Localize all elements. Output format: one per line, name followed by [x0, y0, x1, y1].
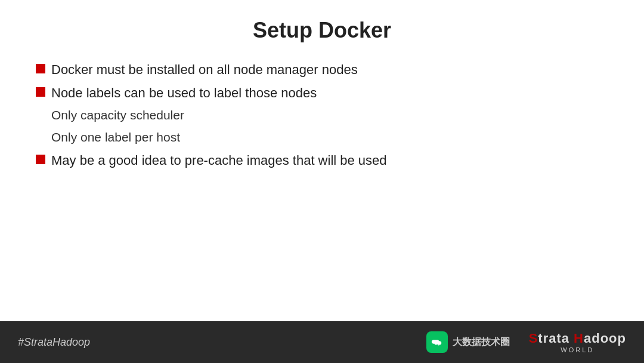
wechat-label: 大数据技术圈: [453, 336, 510, 349]
sub-item-2-2: Only one label per host: [51, 127, 184, 147]
bullet-marker-1: [36, 64, 45, 73]
strata-logo: Strata Hadoop WORLD: [529, 331, 626, 353]
bullet-item-1: Docker must be installed on all node man…: [36, 61, 608, 79]
sub-list-2: Only capacity scheduler Only one label p…: [36, 105, 184, 147]
slide-content: Setup Docker Docker must be installed on…: [0, 0, 644, 321]
strata-brand-top: Strata Hadoop: [529, 331, 626, 346]
bullet-item-3: May be a good idea to pre-cache images t…: [36, 152, 608, 170]
bullet-marker-2: [36, 87, 45, 97]
bullet-text-1: Docker must be installed on all node man…: [51, 61, 608, 79]
footer-hashtag: #StrataHadoop: [18, 336, 90, 349]
slide: Setup Docker Docker must be installed on…: [0, 0, 644, 363]
footer-right: 大数据技术圈 Strata Hadoop WORLD: [426, 331, 626, 353]
bullet-list: Docker must be installed on all node man…: [36, 61, 608, 170]
wechat-icon: [426, 331, 448, 353]
bullet-text-2: Node labels can be used to label those n…: [51, 84, 608, 103]
bullet-item-2: Node labels can be used to label those n…: [36, 84, 608, 147]
footer: #StrataHadoop 大数据技术圈 Strata Hadoop WORLD: [0, 321, 644, 363]
sub-item-2-1: Only capacity scheduler: [51, 105, 184, 125]
slide-title: Setup Docker: [36, 18, 608, 43]
strata-brand-sub: WORLD: [561, 346, 594, 353]
wechat-badge: 大数据技术圈: [426, 331, 510, 353]
bullet-text-3: May be a good idea to pre-cache images t…: [51, 152, 608, 170]
bullet-marker-3: [36, 155, 45, 164]
